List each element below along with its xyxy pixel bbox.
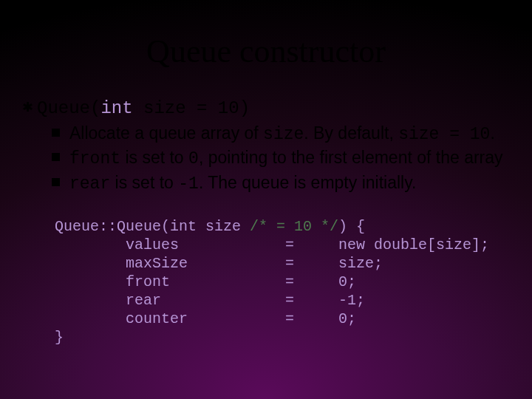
sig-keyword: int	[100, 98, 132, 118]
code-span: rear	[69, 174, 110, 194]
text: . The queue is empty initially.	[199, 173, 416, 192]
function-signature: ✱ Queue(int size = 10)	[22, 97, 510, 118]
text: is set to	[110, 173, 178, 192]
slide-title: Queue constructor	[0, 0, 532, 70]
sig-name: Queue(	[37, 98, 100, 118]
code-span: size = 10	[398, 125, 490, 144]
bullet-star-icon: ✱	[22, 100, 35, 114]
bullet-list: Allocate a queue array of size. By defau…	[22, 118, 510, 195]
code-block: Queue::Queue(int size /* = 10 */) { valu…	[22, 197, 510, 347]
text: . By default,	[304, 123, 398, 143]
code-comment: /* = 10 */	[250, 218, 338, 235]
code-line: rear = -1;	[55, 292, 365, 309]
code-line: counter = 0;	[55, 310, 356, 327]
list-item: Allocate a queue array of size. By defau…	[52, 123, 510, 146]
code-line: ) {	[338, 218, 365, 235]
code-span: 0	[188, 149, 199, 168]
text: .	[490, 123, 494, 143]
code-span: front	[69, 149, 120, 168]
page-number: 80	[6, 3, 16, 14]
code-span: -1	[178, 174, 199, 194]
slide: 80 Queue constructor ✱ Queue(int size = …	[0, 0, 532, 399]
code-line: values = new double[size];	[55, 236, 489, 253]
slide-content: ✱ Queue(int size = 10) Allocate a queue …	[0, 70, 532, 347]
sig-rest: size = 10)	[133, 98, 250, 118]
code-line: front = 0;	[55, 273, 356, 290]
text: is set to	[120, 148, 188, 167]
code-span: size	[263, 125, 304, 144]
text: , pointing to the first element of the a…	[199, 148, 503, 167]
text: Allocate a queue array of	[69, 123, 263, 143]
code-line: Queue::Queue(int size	[55, 218, 250, 235]
list-item: rear is set to -1. The queue is empty in…	[52, 172, 510, 195]
code-line: maxSize = size;	[55, 255, 383, 272]
code-line: }	[55, 329, 64, 346]
list-item: front is set to 0, pointing to the first…	[52, 147, 510, 170]
